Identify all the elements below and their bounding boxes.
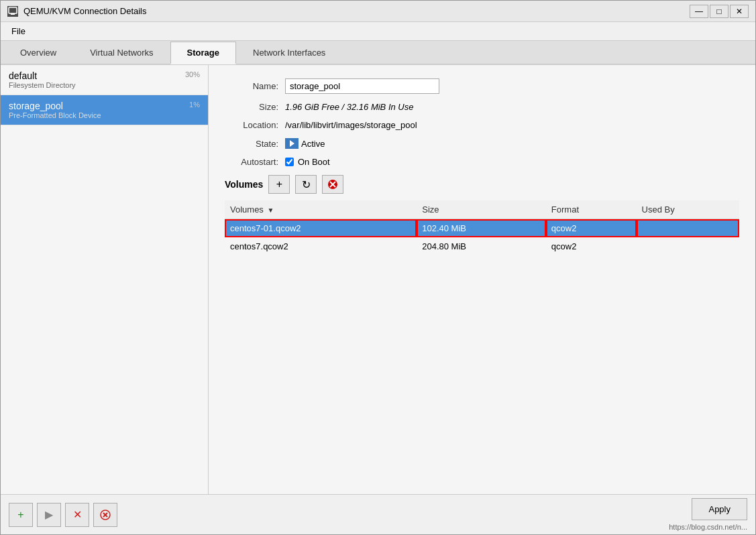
state-label: State: bbox=[225, 139, 285, 149]
volume-used-by-cell bbox=[637, 219, 739, 238]
tab-overview[interactable]: Overview bbox=[3, 42, 73, 64]
maximize-button[interactable]: □ bbox=[710, 5, 728, 18]
sidebar-item-default-type: Filesystem Directory bbox=[9, 81, 200, 89]
bottom-right: Apply https://blog.csdn.net/n... bbox=[669, 498, 747, 531]
volume-format-cell: qcow2 bbox=[546, 219, 637, 238]
size-value: 1.96 GiB Free / 32.16 MiB In Use bbox=[285, 102, 413, 112]
name-field-row: Name: bbox=[225, 78, 739, 94]
close-button[interactable]: ✕ bbox=[730, 5, 749, 18]
autostart-checkbox[interactable] bbox=[285, 158, 294, 166]
sort-icon: ▼ bbox=[268, 206, 274, 214]
table-row[interactable]: centos7-01.qcow2 102.40 MiB qcow2 bbox=[225, 219, 739, 238]
footer-link: https://blog.csdn.net/n... bbox=[669, 523, 747, 531]
size-label: Size: bbox=[225, 102, 285, 112]
delete-pool-button[interactable]: ✕ bbox=[65, 503, 89, 527]
location-value: /var/lib/libvirt/images/storage_pool bbox=[285, 120, 417, 130]
add-volume-button[interactable]: + bbox=[268, 175, 290, 194]
sidebar-item-storage-pool-type: Pre-Formatted Block Device bbox=[9, 111, 200, 119]
file-menu[interactable]: File bbox=[6, 25, 31, 38]
title-bar-left: QEMU/KVM Connection Details bbox=[7, 6, 147, 17]
table-row[interactable]: centos7.qcow2 204.80 MiB qcow2 bbox=[225, 237, 739, 255]
state-icon bbox=[285, 138, 299, 149]
sidebar-item-storage-pool-name: storage_pool bbox=[9, 101, 200, 111]
svg-rect-0 bbox=[9, 7, 17, 13]
sidebar-item-default-name: default bbox=[9, 70, 200, 81]
name-input[interactable] bbox=[285, 78, 439, 94]
minimize-button[interactable]: — bbox=[690, 5, 708, 18]
col-used-by: Used By bbox=[637, 200, 739, 219]
apply-button[interactable]: Apply bbox=[692, 498, 747, 520]
sidebar-item-storage-pool[interactable]: 1% storage_pool Pre-Formatted Block Devi… bbox=[1, 95, 208, 125]
volume-name-cell: centos7.qcow2 bbox=[225, 237, 417, 255]
menu-bar: File bbox=[1, 22, 755, 41]
volume-used-by-cell bbox=[637, 237, 739, 255]
location-label: Location: bbox=[225, 120, 285, 130]
window-controls: — □ ✕ bbox=[690, 5, 749, 18]
volumes-label: Volumes bbox=[225, 179, 263, 190]
start-pool-button[interactable]: ▶ bbox=[37, 503, 61, 527]
bottom-left-buttons: + ▶ ✕ bbox=[9, 503, 117, 527]
volume-size-cell: 204.80 MiB bbox=[417, 237, 546, 255]
tab-network-interfaces[interactable]: Network Interfaces bbox=[236, 42, 342, 64]
main-content: 30% default Filesystem Directory 1% stor… bbox=[1, 65, 755, 494]
tab-virtual-networks[interactable]: Virtual Networks bbox=[73, 42, 170, 64]
volumes-header: Volumes + ↻ bbox=[225, 175, 739, 194]
autostart-value: On Boot bbox=[298, 157, 330, 167]
sidebar-item-default-usage: 30% bbox=[185, 70, 200, 78]
state-value: Active bbox=[301, 139, 325, 149]
volumes-table-body: centos7-01.qcow2 102.40 MiB qcow2 centos… bbox=[225, 219, 739, 256]
window-title: QEMU/KVM Connection Details bbox=[23, 6, 147, 16]
col-size: Size bbox=[417, 200, 546, 219]
main-window: QEMU/KVM Connection Details — □ ✕ File O… bbox=[0, 0, 756, 535]
detail-panel: Name: Size: 1.96 GiB Free / 32.16 MiB In… bbox=[209, 65, 755, 494]
stop-pool-button[interactable] bbox=[93, 503, 117, 527]
location-field-row: Location: /var/lib/libvirt/images/storag… bbox=[225, 120, 739, 130]
delete-volume-button[interactable] bbox=[322, 175, 343, 194]
volume-size-cell: 102.40 MiB bbox=[417, 219, 546, 238]
svg-rect-1 bbox=[11, 13, 15, 15]
sidebar-item-default[interactable]: 30% default Filesystem Directory bbox=[1, 65, 208, 95]
volume-name-cell: centos7-01.qcow2 bbox=[225, 219, 417, 238]
size-field-row: Size: 1.96 GiB Free / 32.16 MiB In Use bbox=[225, 102, 739, 112]
col-volumes[interactable]: Volumes ▼ bbox=[225, 200, 417, 219]
autostart-field-row: Autostart: On Boot bbox=[225, 157, 739, 167]
volume-format-cell: qcow2 bbox=[546, 237, 637, 255]
refresh-volumes-button[interactable]: ↻ bbox=[295, 175, 317, 194]
add-pool-button[interactable]: + bbox=[9, 503, 33, 527]
volumes-table: Volumes ▼ Size Format Used By centos7-01… bbox=[225, 200, 739, 255]
bottom-bar: + ▶ ✕ Apply https://blog.csdn.net/n... bbox=[1, 494, 755, 534]
volumes-table-header: Volumes ▼ Size Format Used By bbox=[225, 200, 739, 219]
col-format: Format bbox=[546, 200, 637, 219]
state-field-row: State: Active bbox=[225, 138, 739, 149]
autostart-checkbox-area: On Boot bbox=[285, 157, 330, 167]
name-label: Name: bbox=[225, 81, 285, 91]
autostart-label: Autostart: bbox=[225, 157, 285, 167]
svg-marker-2 bbox=[290, 140, 294, 147]
title-bar: QEMU/KVM Connection Details — □ ✕ bbox=[1, 1, 755, 22]
volumes-section: Volumes + ↻ V bbox=[225, 175, 739, 255]
storage-sidebar: 30% default Filesystem Directory 1% stor… bbox=[1, 65, 209, 494]
app-icon bbox=[7, 6, 18, 17]
tab-storage[interactable]: Storage bbox=[170, 42, 236, 64]
tab-bar: Overview Virtual Networks Storage Networ… bbox=[1, 41, 755, 65]
sidebar-item-storage-pool-usage: 1% bbox=[189, 101, 200, 109]
